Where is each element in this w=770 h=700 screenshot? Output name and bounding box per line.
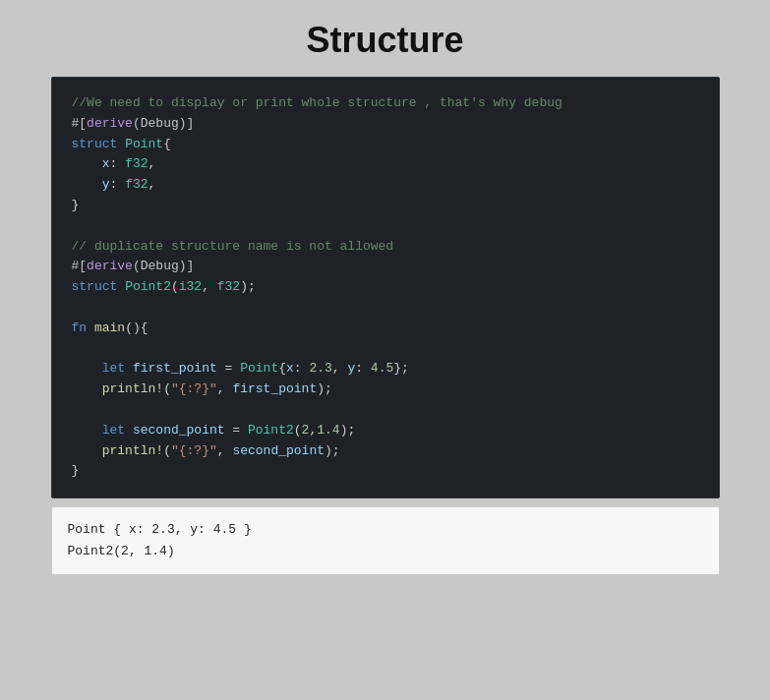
output-line-2: Point2(2, 1.4) [68,541,703,562]
page-title: Structure [306,20,463,61]
output-line-1: Point { x: 2.3, y: 4.5 } [68,519,703,541]
code-block: //We need to display or print whole stru… [51,77,720,498]
code-content: //We need to display or print whole stru… [72,93,699,482]
output-block: Point { x: 2.3, y: 4.5 } Point2(2, 1.4) [51,506,720,575]
